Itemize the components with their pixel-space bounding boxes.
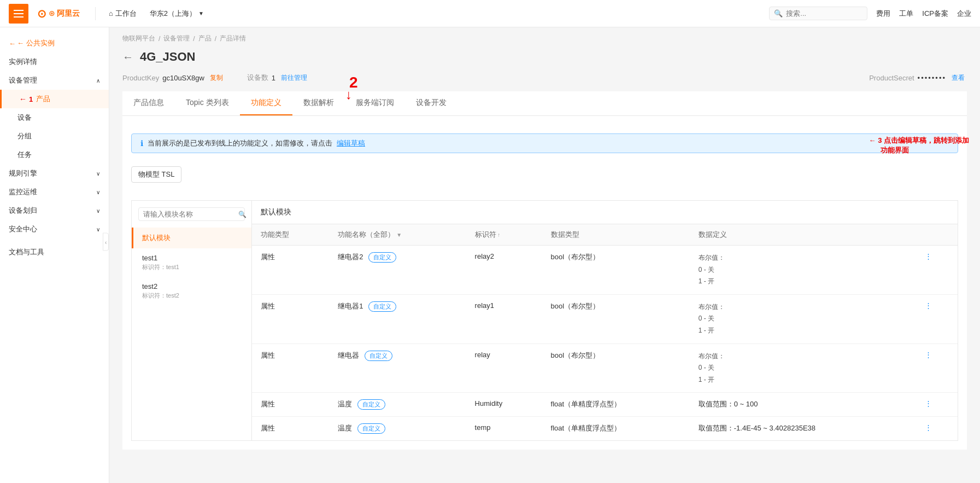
- hamburger-button[interactable]: [9, 4, 28, 24]
- edit-draft-link[interactable]: 编辑草稿: [337, 138, 365, 148]
- tab-topic-list[interactable]: Topic 类列表: [175, 91, 240, 115]
- th-name[interactable]: 功能名称（全部）: [329, 224, 466, 246]
- th-type: 功能类型: [252, 224, 329, 246]
- product-secret-item: ProductSecret •••••••• 查看: [869, 73, 967, 83]
- sidebar-back-button[interactable]: ← ← 公共实例: [0, 34, 109, 53]
- annotation-3: ← 3 点击编辑草稿，跳转到添加 功能界面: [869, 136, 969, 155]
- row1-name: 继电器2 自定义: [329, 246, 466, 295]
- row5-type: 属性: [252, 417, 329, 441]
- row1-action-button[interactable]: ⋮: [925, 252, 932, 260]
- view-secret-link[interactable]: 查看: [949, 73, 967, 83]
- row2-name: 继电器1 自定义: [329, 294, 466, 344]
- svg-rect-2: [14, 16, 24, 18]
- back-to-list-icon[interactable]: ←: [122, 51, 133, 63]
- product-secret-value: ••••••••: [918, 74, 946, 82]
- sidebar-collapse-button[interactable]: ‹: [103, 232, 109, 251]
- page-title-row: ← 4G_JSON: [122, 50, 967, 64]
- table-row: 属性 温度 自定义 temp float（单精度浮点型） 取值范围：-1.4E-…: [252, 417, 958, 441]
- nav-right-actions: 费用 工单 ICP备案 企业: [876, 9, 971, 19]
- breadcrumb-sep-2: /: [193, 35, 195, 43]
- nav-region[interactable]: 华东2（上海） ▼: [143, 0, 210, 27]
- tab-service-subscription[interactable]: 服务端订阅: [345, 91, 405, 115]
- row1-action[interactable]: ⋮: [916, 246, 958, 295]
- sidebar: ← ← 公共实例 实例详情 设备管理 ∧ ← 1 产品 设备 分组 任务 规则引…: [0, 27, 109, 483]
- sidebar-item-group[interactable]: 分组: [0, 127, 109, 146]
- breadcrumb-device-mgmt[interactable]: 设备管理: [163, 34, 190, 43]
- nav-workbench[interactable]: ⌂ 工作台: [102, 0, 143, 27]
- sidebar-item-instance-detail[interactable]: 实例详情: [0, 53, 109, 71]
- search-bar[interactable]: 🔍: [769, 7, 867, 20]
- device-count-value: 1: [272, 74, 275, 82]
- th-action: [916, 224, 958, 246]
- row3-action[interactable]: ⋮: [916, 344, 958, 393]
- tsl-button-row: 物模型 TSL: [131, 162, 958, 191]
- tab-device-development[interactable]: 设备开发: [405, 91, 457, 115]
- left-panel-test2-sub: 标识符：test2: [142, 292, 243, 300]
- chevron-down-icon-monitor: ∨: [96, 189, 100, 195]
- row4-action[interactable]: ⋮: [916, 393, 958, 417]
- row2-data-type: bool（布尔型）: [542, 294, 690, 344]
- tab-content: ℹ 当前展示的是已发布到线上的功能定义，如需修改，请点击 编辑草稿 ← 3 点击…: [122, 116, 967, 450]
- manage-devices-link[interactable]: 前往管理: [279, 73, 309, 83]
- sidebar-item-device-assign[interactable]: 设备划归 ∨: [0, 201, 109, 220]
- product-key-label: ProductKey: [122, 74, 159, 82]
- row2-action-button[interactable]: ⋮: [925, 301, 932, 310]
- nav-enterprise[interactable]: 企业: [957, 9, 971, 19]
- row2-action[interactable]: ⋮: [916, 294, 958, 344]
- sidebar-item-rules[interactable]: 规则引擎 ∨: [0, 164, 109, 183]
- sidebar-item-device-management[interactable]: 设备管理 ∧: [0, 71, 109, 90]
- row5-action-button[interactable]: ⋮: [925, 423, 932, 432]
- th-identifier[interactable]: 标识符: [466, 224, 542, 246]
- sidebar-item-product[interactable]: ← 1 产品: [0, 90, 109, 108]
- back-icon: ←: [9, 39, 16, 48]
- page-title: 4G_JSON: [140, 50, 196, 64]
- sidebar-item-docs[interactable]: 文档与工具: [0, 243, 109, 261]
- breadcrumb: 物联网平台 / 设备管理 / 产品 / 产品详情: [109, 27, 980, 50]
- left-panel: 🔍 默认模块 test1 标识符：test1 test2 标识符：test2: [131, 200, 251, 441]
- copy-product-key-button[interactable]: 复制: [208, 73, 225, 83]
- module-search-input[interactable]: [143, 210, 235, 218]
- row2-data-def: 布尔值：0 - 关1 - 开: [690, 294, 916, 344]
- product-secret-label: ProductSecret: [869, 74, 914, 82]
- nav-fees[interactable]: 费用: [876, 9, 890, 19]
- row3-name: 继电器 自定义: [329, 344, 466, 393]
- sidebar-item-device[interactable]: 设备: [0, 108, 109, 127]
- row1-type: 属性: [252, 246, 329, 295]
- alert-text: 当前展示的是已发布到线上的功能定义，如需修改，请点击: [148, 138, 332, 148]
- left-panel-test1[interactable]: test1 标识符：test1: [132, 248, 251, 277]
- chevron-down-icon-security: ∨: [96, 226, 100, 232]
- sidebar-item-security[interactable]: 安全中心 ∨: [0, 220, 109, 238]
- tab-data-analysis[interactable]: 数据解析: [292, 91, 345, 115]
- breadcrumb-product[interactable]: 产品: [198, 34, 212, 43]
- row3-action-button[interactable]: ⋮: [925, 351, 932, 359]
- left-panel-default-module[interactable]: 默认模块: [132, 228, 251, 248]
- feature-table: 功能类型 功能名称（全部） 标识符 数据类型 数据定义: [252, 224, 958, 440]
- product-key-item: ProductKey gc10uSX8gw 复制: [122, 73, 225, 83]
- nav-ticket[interactable]: 工单: [899, 9, 913, 19]
- left-panel-test2[interactable]: test2 标识符：test2: [132, 277, 251, 305]
- search-input[interactable]: [786, 9, 862, 18]
- left-panel-test1-sub: 标识符：test1: [142, 263, 243, 271]
- module-search[interactable]: 🔍: [138, 207, 245, 221]
- main-content: 物联网平台 / 设备管理 / 产品 / 产品详情 ← 4G_JSON Produ…: [109, 27, 980, 483]
- svg-rect-1: [14, 13, 24, 14]
- tab-product-info[interactable]: 产品信息: [122, 91, 175, 115]
- table-row: 属性 继电器2 自定义 relay2 bool（布尔型） 布尔值：0 - 关1 …: [252, 246, 958, 295]
- row4-identifier: Humidity: [466, 393, 542, 417]
- sidebar-item-task[interactable]: 任务: [0, 146, 109, 164]
- table-row: 属性 继电器1 自定义 relay1 bool（布尔型） 布尔值：0 - 关1 …: [252, 294, 958, 344]
- nav-icp[interactable]: ICP备案: [922, 9, 948, 19]
- breadcrumb-iot[interactable]: 物联网平台: [122, 34, 155, 43]
- row4-action-button[interactable]: ⋮: [925, 399, 932, 408]
- row3-identifier: relay: [466, 344, 542, 393]
- chevron-up-icon: ∧: [96, 78, 100, 84]
- tab-function-definition[interactable]: 功能定义: [240, 91, 292, 115]
- row5-tag: 自定义: [357, 423, 385, 434]
- row3-data-def: 布尔值：0 - 关1 - 开: [690, 344, 916, 393]
- aliyun-logo: ⊙ ⊙ 阿里云: [37, 7, 80, 20]
- tsl-button[interactable]: 物模型 TSL: [131, 166, 181, 183]
- device-count-label: 设备数: [247, 73, 268, 83]
- row5-action[interactable]: ⋮: [916, 417, 958, 441]
- tabs: 产品信息 Topic 类列表 功能定义 数据解析 服务端订阅 设备开发: [122, 91, 967, 116]
- sidebar-item-monitor[interactable]: 监控运维 ∨: [0, 183, 109, 201]
